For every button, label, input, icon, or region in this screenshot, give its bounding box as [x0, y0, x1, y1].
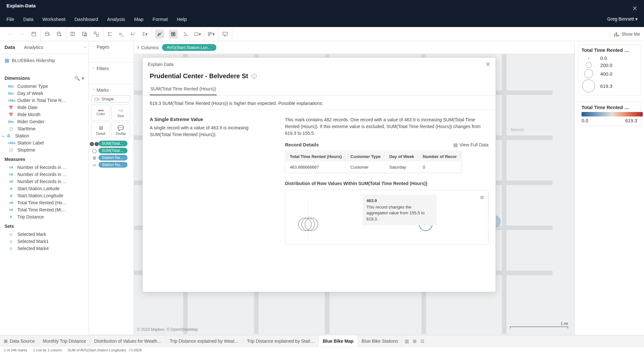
new-sheet-icon[interactable]: ▥	[405, 339, 409, 344]
new-datasource-icon[interactable]	[44, 31, 51, 38]
field-stoptime[interactable]: 🕒Stoptime	[0, 146, 89, 153]
explain-body-text: This mark contains 482 records. One reco…	[285, 116, 488, 137]
show-me-label: Show Me	[621, 32, 640, 37]
autoupdate-icon[interactable]	[56, 31, 63, 38]
open-external-icon[interactable]: ⧉	[480, 195, 484, 200]
th-2: Day of Week	[385, 152, 418, 162]
info-icon[interactable]: i	[251, 74, 257, 79]
datasource-item[interactable]: ▦ BLUEBikes Ridership	[0, 54, 89, 67]
field-station[interactable]: ▸品Station	[0, 132, 89, 139]
tab-data-source[interactable]: ⊞Data Source	[0, 335, 39, 347]
field-number-of-records-in-[interactable]: =#Number of Records in …	[0, 178, 89, 185]
tab-blue-bike-map[interactable]: Blue Bike Map	[319, 335, 358, 347]
field-start-station-longitude[interactable]: ⊕Start.Station.Longitude	[0, 192, 89, 199]
field-day-of-week[interactable]: AbcDay of Week	[0, 90, 89, 97]
svg-point-8	[108, 32, 109, 33]
view-full-data-link[interactable]: ▤ View Full Data	[453, 142, 488, 147]
field-start-station-latitude[interactable]: ⊕Start.Station.Latitude	[0, 185, 89, 192]
mark-type-dropdown[interactable]: ▢▫Shape	[91, 95, 130, 103]
field-station-label[interactable]: =AbcStation Label	[0, 139, 89, 146]
back-icon[interactable]: ←	[7, 31, 14, 38]
marks-size[interactable]: ◦○Size	[111, 105, 130, 121]
tab-dist-weather[interactable]: Distribution of Values for Weath…	[90, 335, 166, 347]
sort-asc-icon[interactable]	[118, 31, 125, 38]
field-ride-month[interactable]: 📅Ride Month	[0, 111, 89, 118]
show-me-button[interactable]: Show Me	[614, 31, 640, 37]
collapse-sidebar-icon[interactable]: ‹	[82, 41, 89, 54]
field-number-of-records-in-[interactable]: =#Number of Records in …	[0, 171, 89, 178]
pill-color[interactable]: ⬤⬤SUM(Total T…	[91, 141, 131, 146]
tab-blue-bike-stations[interactable]: Blue Bike Stations	[358, 335, 402, 347]
field-trip-distance[interactable]: #Trip Distance	[0, 213, 89, 220]
size-legend[interactable]: Total Time Rented … 0.0200.0400.0619.3	[578, 44, 641, 96]
tab-monthly[interactable]: Monthly Trip Distance	[39, 335, 90, 347]
field-selected-mark1[interactable]: ◎Selected Mark1	[0, 238, 89, 245]
highlight-icon[interactable]	[155, 30, 164, 39]
user-menu[interactable]: Greg Bennett ▾	[607, 16, 638, 22]
explain-tab-measure[interactable]: SUM(Total Time Rented (Hours))	[150, 83, 217, 95]
svg-text:Maveri: Maveri	[511, 127, 524, 132]
color-legend[interactable]: Total Time Rented … 0.0 619.3	[578, 102, 641, 126]
close-icon[interactable]: ✕	[632, 5, 638, 12]
new-dashboard-icon[interactable]: ⊞	[413, 339, 417, 344]
menu-analysis[interactable]: Analysis	[107, 16, 125, 22]
save-icon[interactable]	[30, 31, 37, 38]
explain-header-label: Explain Data	[148, 62, 173, 67]
field-total-time-rented-ho-[interactable]: =#Total Time Rented (Ho…	[0, 199, 89, 206]
marks-detail[interactable]: ⊞Detail	[91, 122, 110, 138]
menu-dashboard[interactable]: Dashboard	[74, 16, 98, 22]
field-customer-type[interactable]: AbcCustomer Type	[0, 83, 89, 90]
field-rider-gender[interactable]: AbcRider Gender	[0, 118, 89, 125]
new-worksheet-icon[interactable]	[70, 31, 77, 38]
field-selected-mark4[interactable]: ◎Selected Mark4	[0, 245, 89, 252]
menu-map[interactable]: Map	[134, 16, 144, 22]
menu-format[interactable]: Format	[153, 16, 168, 22]
fit-icon[interactable]: ▾	[194, 31, 201, 38]
menu-data[interactable]: Data	[23, 16, 33, 22]
columns-shelf[interactable]: ⦀Columns AVG(Start.Station.Lon…	[134, 41, 574, 54]
marks-tooltip[interactable]: 💬Tooltip	[111, 122, 130, 138]
forward-icon[interactable]: →	[19, 31, 26, 38]
pill-detail[interactable]: ⊞Station Nam…	[91, 155, 131, 161]
svg-rect-14	[210, 32, 212, 34]
swap-icon[interactable]	[93, 31, 100, 38]
svg-rect-15	[208, 34, 210, 36]
tab-analytics[interactable]: Analytics	[20, 41, 48, 54]
field-ride-date[interactable]: 📅Ride Date	[0, 104, 89, 111]
tab-data[interactable]: Data	[0, 41, 20, 54]
filters-shelf[interactable]: ⌃Filters	[89, 63, 134, 84]
tab-trip-station[interactable]: Trip Distance explained by Stati…	[243, 335, 319, 347]
format-icon[interactable]	[182, 31, 189, 38]
field-total-time-rented-mi-[interactable]: =#Total Time Rented (Mi…	[0, 206, 89, 213]
table-row[interactable]: 463.866666667 Customer Saturday 0	[286, 162, 461, 172]
labels-icon[interactable]: T	[169, 30, 178, 39]
clear-icon[interactable]	[81, 31, 88, 38]
sort-desc-icon[interactable]	[130, 31, 137, 38]
menu-help[interactable]: Help	[177, 16, 187, 22]
present-icon[interactable]	[222, 31, 229, 38]
record-details-heading: Record Details	[285, 142, 319, 147]
field-starttime[interactable]: 🕒Starttime	[0, 125, 89, 132]
distribution-chart[interactable]: 463.9 This record changes the aggregated…	[285, 190, 488, 245]
measures-header: Measures	[0, 154, 89, 163]
tab-trip-weather[interactable]: Trip Distance explained by Weat…	[166, 335, 243, 347]
close-explain-icon[interactable]: ✕	[486, 61, 490, 68]
field-outlier-in-total-time-r-[interactable]: =AbcOutlier in Total Time R…	[0, 97, 89, 104]
field-selected-mark[interactable]: ◎Selected Mark	[0, 231, 89, 238]
pages-shelf[interactable]: ⌃Pages	[89, 41, 134, 63]
sort-icon[interactable]	[107, 31, 114, 38]
marks-color[interactable]: Color	[91, 105, 110, 121]
menu-worksheet[interactable]: Worksheet	[43, 16, 65, 22]
menu-icon[interactable]: ▾	[82, 76, 84, 81]
search-icon[interactable]: 🔍	[74, 76, 80, 81]
field-number-of-records-in-[interactable]: =#Number of Records in …	[0, 164, 89, 171]
marks-shelf: ⌃Marks ▢▫Shape Color ◦○Size ⊞Detail 💬Too…	[89, 84, 134, 335]
pill-tooltip[interactable]: ▭Station Nam…	[91, 162, 131, 168]
explain-left: A Single Extreme Value A single record w…	[143, 110, 278, 292]
totals-icon[interactable]: Σ▾	[141, 31, 148, 38]
menu-file[interactable]: File	[6, 16, 14, 22]
new-story-icon[interactable]: ⊡	[421, 339, 424, 344]
cards-icon[interactable]: ▾	[208, 31, 215, 38]
columns-pill[interactable]: AVG(Start.Station.Lon…	[162, 44, 216, 51]
pill-size[interactable]: ◯SUM(Total T…	[91, 148, 131, 153]
